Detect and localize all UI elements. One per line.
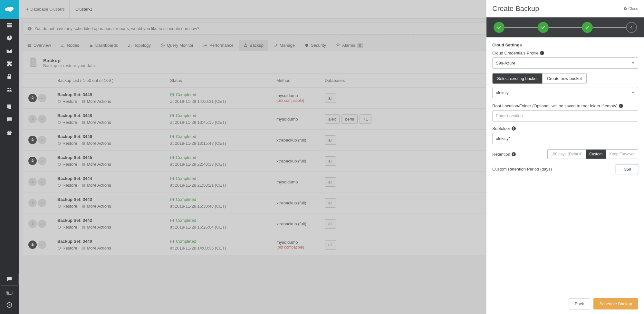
nav-feedback-icon[interactable]: [0, 113, 19, 126]
bucket-select[interactable]: oleksiy ▼: [492, 87, 638, 98]
info-icon[interactable]: i: [512, 152, 516, 156]
root-location-label: Root Location/Folder (Optional, will be …: [492, 103, 638, 108]
panel-title: Create Backup: [492, 5, 539, 13]
retention-forever[interactable]: Keep Forvever: [606, 150, 638, 159]
bucket-value: oleksiy: [496, 90, 509, 95]
svg-point-4: [10, 88, 11, 89]
svg-rect-9: [7, 133, 11, 135]
svg-point-5: [8, 119, 9, 120]
caret-down-icon: ▼: [631, 61, 635, 65]
nav-chart-icon[interactable]: [0, 32, 19, 44]
schedule-backup-button[interactable]: Schedule Backup: [593, 298, 638, 309]
step-1-done[interactable]: [494, 22, 505, 33]
info-icon[interactable]: i: [540, 51, 544, 55]
brand-logo[interactable]: [0, 0, 19, 19]
svg-rect-0: [7, 23, 12, 24]
step-4-current[interactable]: 4: [626, 22, 637, 33]
svg-rect-2: [7, 26, 12, 27]
nav-gift-icon[interactable]: [0, 126, 19, 139]
custom-retention-input[interactable]: [616, 164, 638, 174]
create-backup-panel: Create Backup Close 4 Cloud Settings Clo…: [486, 0, 644, 314]
rail-divider: [3, 98, 16, 98]
left-nav-rail: [0, 0, 19, 314]
panel-header: Create Backup Close: [486, 0, 644, 17]
caret-down-icon: ▼: [631, 91, 635, 94]
cloud-settings-heading: Cloud Settings: [492, 43, 638, 47]
step-line: [593, 27, 626, 28]
nav-clusters-icon[interactable]: [0, 19, 19, 32]
credentials-value: S9s-Azure: [496, 61, 515, 65]
close-label: Close: [628, 6, 638, 11]
info-icon[interactable]: i: [619, 104, 623, 108]
nav-docs-icon[interactable]: [0, 100, 19, 113]
retention-toggle: 180 days (Default) Custom Keep Forvever: [547, 149, 638, 159]
chat-button[interactable]: [0, 273, 19, 286]
svg-point-7: [10, 119, 11, 120]
svg-rect-1: [7, 25, 12, 25]
svg-rect-8: [7, 132, 12, 133]
theme-toggle[interactable]: [6, 291, 13, 295]
custom-retention-label: Custom Retention Period (days): [492, 167, 552, 172]
panel-footer: Back Schedule Backup: [486, 294, 644, 314]
root-location-input[interactable]: [492, 110, 638, 122]
step-line: [505, 27, 538, 28]
info-icon[interactable]: i: [512, 126, 516, 131]
svg-point-6: [9, 119, 10, 120]
nav-puzzle-icon[interactable]: [0, 57, 19, 70]
create-new-bucket[interactable]: Create new bucket: [543, 74, 586, 83]
retention-custom[interactable]: Custom: [586, 150, 606, 159]
select-existing-bucket[interactable]: Select existing bucket: [493, 74, 543, 83]
panel-body: Cloud Settings Cloud Credentials Profile…: [486, 37, 644, 294]
rail-bottom: [0, 270, 19, 314]
credentials-label: Cloud Credentials Profilei: [492, 51, 638, 55]
credentials-select[interactable]: S9s-Azure ▼: [492, 57, 638, 69]
close-icon: [623, 7, 627, 11]
subfolder-label: Subfolderi: [492, 126, 638, 131]
subfolder-input[interactable]: [492, 133, 638, 144]
nav-mail-icon[interactable]: [0, 44, 19, 57]
bucket-mode-toggle: Select existing bucket Create new bucket: [492, 73, 587, 84]
step-3-done[interactable]: [582, 22, 593, 33]
step-2-done[interactable]: [538, 22, 549, 33]
svg-point-3: [7, 88, 9, 89]
panel-close-button[interactable]: Close: [623, 6, 638, 11]
retention-label: Retentioni: [492, 152, 516, 157]
back-button[interactable]: Back: [569, 298, 590, 309]
step-line: [549, 27, 582, 28]
retention-default[interactable]: 180 days (Default): [548, 150, 586, 159]
wizard-stepper: 4: [486, 17, 644, 37]
collapse-rail-icon[interactable]: [0, 299, 19, 311]
nav-users-icon[interactable]: [0, 83, 19, 96]
nav-lock-icon[interactable]: [0, 70, 19, 83]
